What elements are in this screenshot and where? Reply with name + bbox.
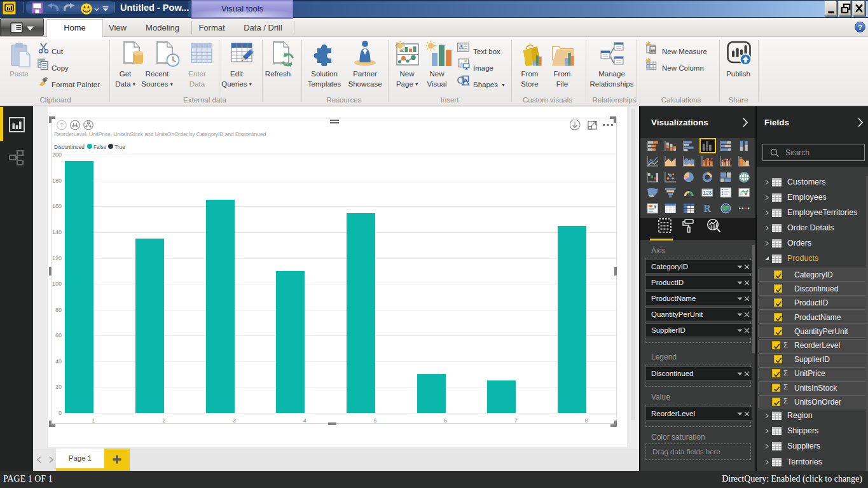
svg-text:?: ? <box>858 24 862 31</box>
svg-text:R: R <box>704 203 712 214</box>
svg-text:123: 123 <box>703 190 712 196</box>
